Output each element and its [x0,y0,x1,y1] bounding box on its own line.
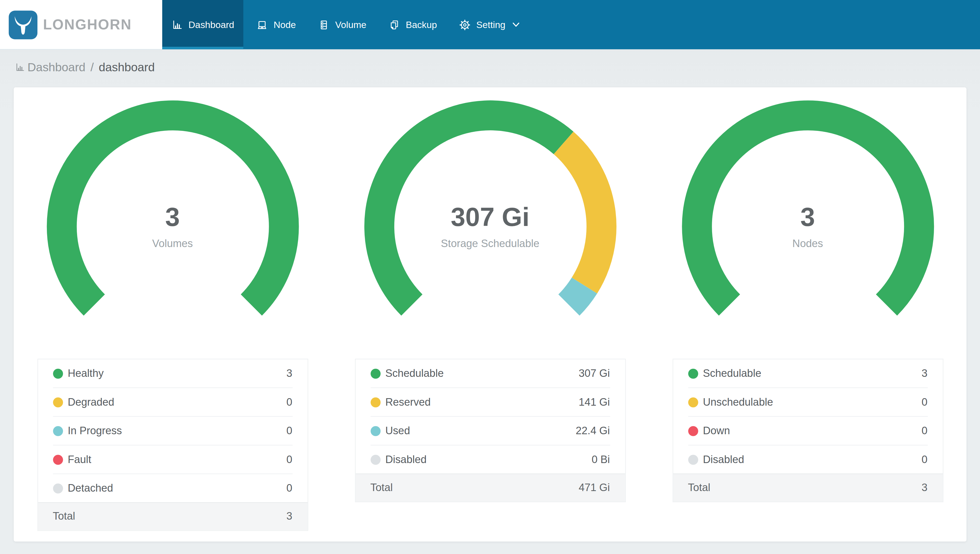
legend-total-row: Total 471 Gi [355,474,625,501]
legend-dot [52,483,63,493]
legend-dot [370,397,380,407]
volumes-panel: 3 Volumes Healthy 3 Degraded 0 [14,88,331,541]
bull-icon [9,10,38,39]
legend-dot [52,454,63,465]
legend-row-detached: Detached 0 [38,474,307,502]
legend-row-schedulable: Schedulable 3 [673,359,943,387]
legend-row-fault: Fault 0 [38,446,307,474]
nav-item-label: Backup [406,19,437,30]
legend-row-disabled: Disabled 0 [673,446,943,474]
storage-gauge-chart [359,96,621,357]
nav-item-volume[interactable]: Volume [309,0,376,49]
legend-row-disabled: Disabled 0 Bi [355,446,625,474]
longhorn-app: LONGHORN Dashboard [0,0,980,554]
legend-dot [370,426,380,436]
volumes-legend-table: Healthy 3 Degraded 0 In Progress 0 [37,359,308,531]
legend-row-used: Used 22.4 Gi [355,417,625,445]
legend-total-row: Total 3 [38,502,307,530]
dashboard-card: 3 Volumes Healthy 3 Degraded 0 [14,88,967,541]
copy-icon [389,19,400,30]
chevron-down-icon [512,22,520,27]
nav-item-setting[interactable]: Setting [450,0,529,49]
storage-legend-table: Schedulable 307 Gi Reserved 141 Gi Used … [355,359,625,502]
breadcrumb: Dashboard / dashboard [15,59,980,75]
laptop-icon [257,19,268,30]
nav-item-label: Dashboard [189,19,234,30]
volumes-gauge-chart [41,96,304,357]
nav-item-label: Volume [335,19,367,30]
nav-item-dashboard[interactable]: Dashboard [162,0,243,49]
top-nav-bar: LONGHORN Dashboard [0,0,980,49]
legend-dot [688,368,698,379]
legend-row-reserved: Reserved 141 Gi [355,388,625,416]
legend-row-healthy: Healthy 3 [38,359,307,387]
nav-item-backup[interactable]: Backup [380,0,447,49]
storage-panel: 307 Gi Storage Schedulable Schedulable 3… [331,88,649,541]
legend-dot [688,426,698,436]
breadcrumb-separator: / [91,60,94,74]
brand-text: LONGHORN [43,16,132,33]
legend-dot [688,397,698,407]
legend-dot [370,454,380,465]
legend-dot [688,454,698,465]
breadcrumb-section[interactable]: Dashboard [27,60,86,74]
nodes-gauge-chart [677,96,939,357]
main-nav: Dashboard Node [162,0,533,49]
legend-dot [52,397,63,407]
legend-total-row: Total 3 [673,474,943,501]
legend-row-degraded: Degraded 0 [38,388,307,416]
legend-row-down: Down 0 [673,417,943,445]
nodes-panel: 3 Nodes Schedulable 3 Unschedulable 0 [649,88,966,541]
storage-gauge: 307 Gi Storage Schedulable [359,96,621,357]
nodes-gauge: 3 Nodes [677,96,939,357]
bar-chart-icon [15,62,25,72]
volumes-gauge: 3 Volumes [41,96,304,357]
legend-row-in-progress: In Progress 0 [38,417,307,445]
legend-row-unschedulable: Unschedulable 0 [673,388,943,416]
nav-item-node[interactable]: Node [247,0,305,49]
nav-item-label: Node [274,19,296,30]
bar-chart-icon [172,19,183,30]
logo-link[interactable]: LONGHORN [0,0,162,49]
gear-icon [460,19,471,30]
legend-row-schedulable: Schedulable 307 Gi [355,359,625,387]
nav-item-label: Setting [476,19,506,30]
stack-icon [318,19,330,30]
nodes-legend-table: Schedulable 3 Unschedulable 0 Down 0 [672,359,943,502]
legend-dot [370,368,380,379]
legend-dot [52,368,63,379]
legend-dot [52,426,63,436]
breadcrumb-current-page: dashboard [99,60,155,74]
